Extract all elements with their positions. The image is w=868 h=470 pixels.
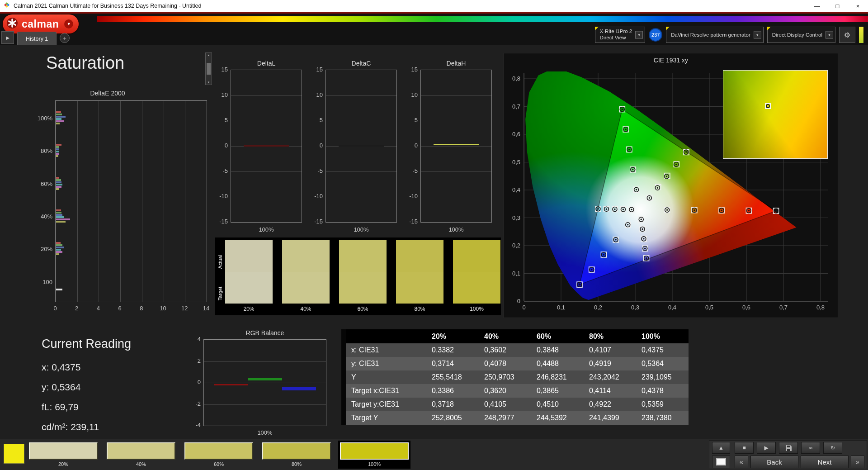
current-reading-block: Current Reading x: 0,4375 y: 0,5364 fL: … [42,337,131,437]
swatch-color [29,442,98,460]
table-cell: 0,4114 [584,384,636,398]
continuous-mode-button[interactable]: ∞ [801,442,820,454]
saturation-level-button[interactable]: 20% [29,442,98,467]
delta-e-bar [56,216,64,218]
transport-panel: ▲ ■ ▶ ∞ ↻ « Back Next » [709,440,867,469]
table-cell: 241,4399 [584,411,636,425]
meter-count-badge[interactable]: 237 [649,28,662,42]
y-tick-label: -5 [404,167,418,174]
display-control-dropdown[interactable]: Direct Display Control ▾ [767,27,835,43]
eject-button[interactable]: ▲ [712,442,730,454]
svg-text:0,8: 0,8 [512,75,520,82]
table-column-header: 60% [531,329,584,343]
swatch-label: 80% [262,461,331,467]
swatch-label: 100% [340,461,409,467]
actual-row-label: Actual [217,247,223,277]
delta-line [339,145,384,147]
svg-text:0,4: 0,4 [668,304,676,311]
delta-e-bar [56,253,59,255]
table-cell: 0,3848 [531,343,584,357]
delta-h-chart: DeltaH 100% 151050-5-10-15 [398,58,495,241]
saturation-level-button[interactable]: 60% [184,442,253,467]
meter-dropdown[interactable]: X-Rite i1Pro 2 Direct View ▾ [595,27,646,43]
table-cell: 0,4378 [636,384,689,398]
delta-e-bar [56,144,61,146]
chart-title: DeltaL [231,60,302,67]
table-row: y: CIE310,37140,40780,44880,49190,5364 [346,357,689,370]
svg-text:0,7: 0,7 [779,304,788,311]
pattern-generator-label: DaVinci Resolve pattern generator [671,32,750,38]
table-cell: 0,3714 [426,357,479,370]
x-tick-label: 8 [137,305,146,312]
saturation-swatch: 20% [225,240,273,312]
actual-swatch [453,240,500,272]
display-control-label: Direct Display Control [772,32,822,38]
reading-fl: fL: 69,79 [42,397,131,417]
chevron-down-icon[interactable]: ▾ [635,31,643,39]
tab-history-1[interactable]: History 1 [17,32,57,45]
table-row: Target Y252,8005248,2977244,5392241,4399… [346,411,689,425]
actual-target-swatch-panel: Actual Target 20%40%60%80%100% [215,237,501,315]
next-chevron-button[interactable]: » [851,456,864,468]
table-cell: 0,4078 [479,357,531,370]
y-tick-label: 15 [404,66,418,73]
saturation-level-button[interactable]: 80% [262,442,331,467]
swatch-color [184,442,253,460]
actual-swatch [339,240,387,272]
chevron-down-icon[interactable]: ▾ [754,31,761,39]
table-column-header: 80% [584,329,636,343]
y-tick-label: 4 [188,336,201,342]
table-row: Target x:CIE310,33860,36200,38650,41140,… [346,384,689,398]
play-button[interactable]: ▶ [757,442,776,454]
logo-dropdown-icon[interactable]: ▼ [64,19,73,28]
saturation-level-button[interactable]: 40% [107,442,175,467]
green-balance-bar [248,378,282,380]
x-tick-label: 4 [94,305,103,312]
pattern-generator-dropdown[interactable]: DaVinci Resolve pattern generator ▾ [666,27,764,43]
next-button[interactable]: Next [801,456,849,468]
minimize-button[interactable]: — [807,0,827,12]
transport-buttons: ■ ▶ ∞ ↻ [735,442,842,454]
close-button[interactable]: × [848,0,868,12]
svg-text:0,5: 0,5 [512,159,520,166]
svg-text:0: 0 [517,298,520,304]
grid-line [421,95,491,96]
prev-chevron-button[interactable]: « [735,456,748,468]
chart-title: DeltaE 2000 [32,90,184,97]
delta-e-bar [56,111,61,113]
y-tick-label: -15 [404,218,418,225]
display-icon[interactable] [712,456,730,468]
table-column-header: 100% [636,329,689,343]
grid-line [421,121,491,121]
delta-e-bar [56,221,66,223]
table-cell: 246,8231 [531,370,584,384]
add-tab-button[interactable]: + [60,33,70,43]
stop-button[interactable]: ■ [735,442,754,454]
save-button[interactable] [779,442,798,454]
y-tick-label: 100 [31,279,52,285]
y-tick-label: -4 [188,422,201,428]
current-patch-preview [4,444,24,464]
maximize-button[interactable]: □ [827,0,848,12]
window-controls: — □ × [807,0,868,12]
chevron-down-icon[interactable]: ▾ [826,31,833,39]
table-cell: y: CIE31 [346,357,426,370]
delta-e-bar [56,181,61,183]
history-panel-expander[interactable]: ▶ [1,31,14,44]
delta-e-bar [56,184,62,185]
svg-text:0,1: 0,1 [557,304,565,311]
table-cell: 0,3602 [479,343,531,357]
calman-logo-menu[interactable]: calman ▼ [3,14,79,33]
cie-zoom-inset [723,70,828,159]
y-tick-label: 15 [309,66,323,73]
table-cell: 239,1095 [636,370,689,384]
back-button[interactable]: Back [750,456,798,468]
chart-plot-area [231,70,302,223]
scroll-up-icon[interactable]: ▲ [208,54,210,57]
settings-gear-button[interactable]: ⚙ [839,27,855,43]
saturation-level-button[interactable]: 100% [340,442,409,467]
swatch-label: 60% [184,461,253,467]
workflow-edge-button[interactable] [859,27,863,43]
loop-button[interactable]: ↻ [823,442,842,454]
grid-line [99,101,99,302]
